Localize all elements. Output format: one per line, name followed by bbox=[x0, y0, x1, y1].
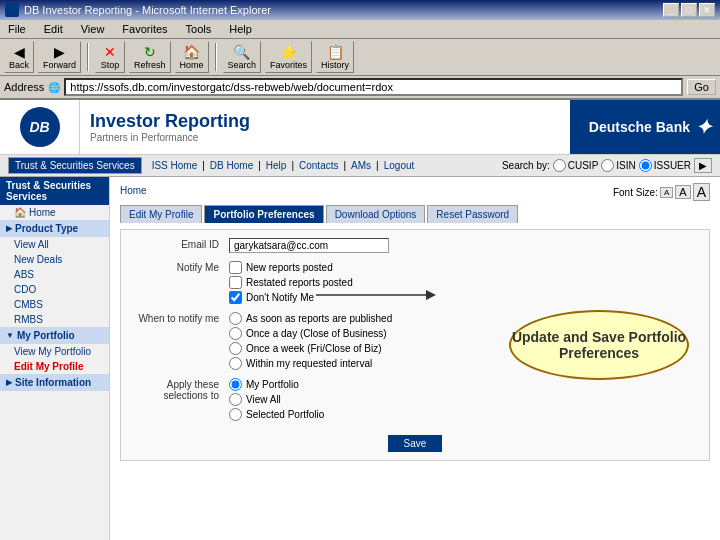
menu-bar: File Edit View Favorites Tools Help bbox=[0, 20, 720, 39]
browser-toolbar: ◀ Back ▶ Forward ✕ Stop ↻ Refresh 🏠 Home… bbox=[0, 39, 720, 76]
nav-ams[interactable]: AMs bbox=[351, 160, 371, 171]
expand-icon: ▶ bbox=[6, 224, 12, 233]
app-body: DB Investor Reporting Partners in Perfor… bbox=[0, 100, 720, 540]
tab-reset-password[interactable]: Reset Password bbox=[427, 205, 518, 223]
address-label: Address bbox=[4, 81, 44, 93]
refresh-button[interactable]: ↻ Refresh bbox=[129, 41, 171, 73]
callout-oval: Update and Save Portfolio Preferences bbox=[509, 310, 689, 380]
notify-label: Notify Me bbox=[129, 261, 219, 273]
tab-download-options[interactable]: Download Options bbox=[326, 205, 426, 223]
sidebar-abs[interactable]: ABS bbox=[0, 267, 109, 282]
sidebar-cmbs[interactable]: CMBS bbox=[0, 297, 109, 312]
sidebar-section-header: Trust & Securities Services bbox=[0, 177, 109, 205]
svg-marker-1 bbox=[426, 290, 436, 300]
sidebar-edit-profile[interactable]: Edit My Profile bbox=[0, 359, 109, 374]
sidebar: Trust & Securities Services 🏠 Home ▶ Pro… bbox=[0, 177, 110, 540]
minimize-button[interactable]: _ bbox=[663, 3, 679, 17]
email-label: Email ID bbox=[129, 238, 219, 250]
tab-edit-profile[interactable]: Edit My Profile bbox=[120, 205, 202, 223]
save-button[interactable]: Save bbox=[388, 435, 443, 452]
site-expand-icon: ▶ bbox=[6, 378, 12, 387]
menu-file[interactable]: File bbox=[4, 22, 30, 36]
maximize-button[interactable]: □ bbox=[681, 3, 697, 17]
trust-securities-tab[interactable]: Trust & Securities Services bbox=[8, 157, 142, 174]
top-navigation: Trust & Securities Services ISS Home | D… bbox=[0, 155, 720, 177]
tab-bar: Edit My Profile Portfolio Preferences Do… bbox=[120, 205, 710, 223]
db-logo: DB bbox=[20, 107, 60, 147]
menu-edit[interactable]: Edit bbox=[40, 22, 67, 36]
breadcrumb-home-link[interactable]: Home bbox=[120, 185, 147, 196]
sidebar-cdo[interactable]: CDO bbox=[0, 282, 109, 297]
bank-name: Deutsche Bank ✦ bbox=[570, 100, 720, 154]
apply-row: Apply these selections to My Portfolio V… bbox=[129, 378, 701, 421]
menu-help[interactable]: Help bbox=[225, 22, 256, 36]
sidebar-site-info[interactable]: ▶ Site Information bbox=[0, 374, 109, 391]
form-section: Update and Save Portfolio Preferences Em… bbox=[120, 229, 710, 461]
header-logo: DB bbox=[0, 100, 80, 154]
sidebar-product-type[interactable]: ▶ Product Type bbox=[0, 220, 109, 237]
menu-tools[interactable]: Tools bbox=[182, 22, 216, 36]
main-layout: Trust & Securities Services 🏠 Home ▶ Pro… bbox=[0, 177, 720, 540]
address-input[interactable] bbox=[64, 78, 683, 96]
menu-view[interactable]: View bbox=[77, 22, 109, 36]
notify-dont-notify[interactable]: Don't Notify Me bbox=[229, 291, 701, 304]
home-button[interactable]: 🏠 Home bbox=[175, 41, 209, 73]
go-button[interactable]: Go bbox=[687, 79, 716, 95]
callout-arrow bbox=[316, 275, 436, 315]
menu-favorites[interactable]: Favorites bbox=[118, 22, 171, 36]
tab-portfolio-preferences[interactable]: Portfolio Preferences bbox=[204, 205, 323, 223]
forward-button[interactable]: ▶ Forward bbox=[38, 41, 81, 73]
portfolio-expand-icon: ▼ bbox=[6, 331, 14, 340]
toolbar-separator bbox=[87, 43, 89, 71]
breadcrumb: Home bbox=[120, 185, 147, 196]
apply-my-portfolio[interactable]: My Portfolio bbox=[229, 378, 701, 391]
search-icon[interactable]: ▶ bbox=[694, 158, 712, 173]
font-small-button[interactable]: A bbox=[660, 187, 673, 198]
app-subtitle: Partners in Performance bbox=[90, 132, 560, 143]
font-medium-button[interactable]: A bbox=[675, 185, 690, 199]
sidebar-new-deals[interactable]: New Deals bbox=[0, 252, 109, 267]
window-title: DB Investor Reporting - Microsoft Intern… bbox=[24, 4, 271, 16]
close-button[interactable]: ✕ bbox=[699, 3, 715, 17]
nav-db-home[interactable]: DB Home bbox=[210, 160, 253, 171]
back-button[interactable]: ◀ Back bbox=[4, 41, 34, 73]
font-size-label: Font Size: bbox=[613, 187, 658, 198]
home-icon: 🏠 bbox=[14, 207, 26, 218]
sidebar-my-portfolio[interactable]: ▼ My Portfolio bbox=[0, 327, 109, 344]
toolbar-separator-2 bbox=[215, 43, 217, 71]
title-bar: DB Investor Reporting - Microsoft Intern… bbox=[0, 0, 720, 20]
notify-restated-reports[interactable]: Restated reports posted bbox=[229, 276, 701, 289]
font-large-button[interactable]: A bbox=[693, 183, 710, 201]
search-cusip-option[interactable]: CUSIP bbox=[553, 159, 599, 172]
sidebar-rmbs[interactable]: RMBS bbox=[0, 312, 109, 327]
search-area: Search by: CUSIP ISIN ISSUER ▶ bbox=[502, 158, 712, 173]
bank-logo-icon: ✦ bbox=[695, 115, 712, 139]
sidebar-view-all[interactable]: View All bbox=[0, 237, 109, 252]
when-notify-label: When to notify me bbox=[129, 312, 219, 324]
sidebar-view-portfolio[interactable]: View My Portfolio bbox=[0, 344, 109, 359]
font-size-controls: Font Size: A A A bbox=[613, 183, 710, 201]
sidebar-home[interactable]: 🏠 Home bbox=[0, 205, 109, 220]
nav-logout[interactable]: Logout bbox=[384, 160, 415, 171]
address-bar: Address 🌐 Go bbox=[0, 76, 720, 100]
notify-new-reports[interactable]: New reports posted bbox=[229, 261, 701, 274]
search-button[interactable]: 🔍 Search bbox=[223, 41, 262, 73]
stop-button[interactable]: ✕ Stop bbox=[95, 41, 125, 73]
apply-selected-portfolio[interactable]: Selected Portfolio bbox=[229, 408, 701, 421]
email-row: Email ID bbox=[129, 238, 701, 253]
apply-view-all[interactable]: View All bbox=[229, 393, 701, 406]
nav-help[interactable]: Help bbox=[266, 160, 287, 171]
email-input[interactable] bbox=[229, 238, 389, 253]
search-isin-option[interactable]: ISIN bbox=[601, 159, 635, 172]
browser-icon bbox=[5, 3, 19, 17]
app-title: Investor Reporting bbox=[90, 111, 560, 132]
apply-options: My Portfolio View All Selected Portfolio bbox=[229, 378, 701, 421]
history-button[interactable]: 📋 History bbox=[316, 41, 354, 73]
content-area: Home Font Size: A A A Edit My Profile Po… bbox=[110, 177, 720, 540]
nav-iss-home[interactable]: ISS Home bbox=[152, 160, 198, 171]
favorites-button[interactable]: ⭐ Favorites bbox=[265, 41, 312, 73]
nav-contacts[interactable]: Contacts bbox=[299, 160, 338, 171]
app-header: DB Investor Reporting Partners in Perfor… bbox=[0, 100, 720, 155]
nav-links: ISS Home | DB Home | Help | Contacts | A… bbox=[152, 160, 415, 171]
search-issuer-option[interactable]: ISSUER bbox=[639, 159, 691, 172]
